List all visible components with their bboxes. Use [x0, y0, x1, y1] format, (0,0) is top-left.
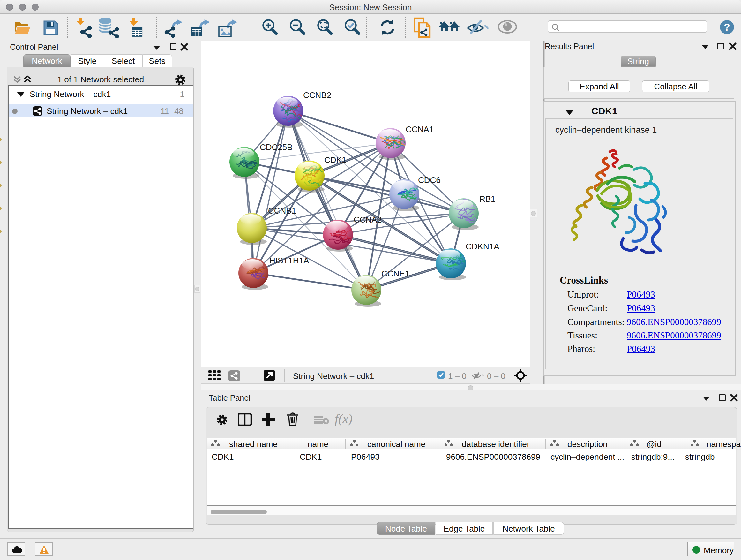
svg-text:RB1: RB1 — [479, 194, 495, 204]
svg-text:CCNB2: CCNB2 — [303, 90, 331, 100]
svg-text:CDC25B: CDC25B — [260, 142, 293, 152]
svg-text:CCNA2: CCNA2 — [354, 215, 382, 225]
svg-text:CCNB1: CCNB1 — [268, 206, 296, 215]
svg-text:CCNA1: CCNA1 — [406, 125, 434, 134]
svg-text:CDK1: CDK1 — [324, 155, 346, 165]
svg-text:CDKN1A: CDKN1A — [466, 242, 499, 251]
svg-text:HIST1H1A: HIST1H1A — [269, 256, 309, 265]
svg-text:CCNE1: CCNE1 — [381, 269, 409, 278]
svg-text:CDC6: CDC6 — [418, 175, 441, 185]
